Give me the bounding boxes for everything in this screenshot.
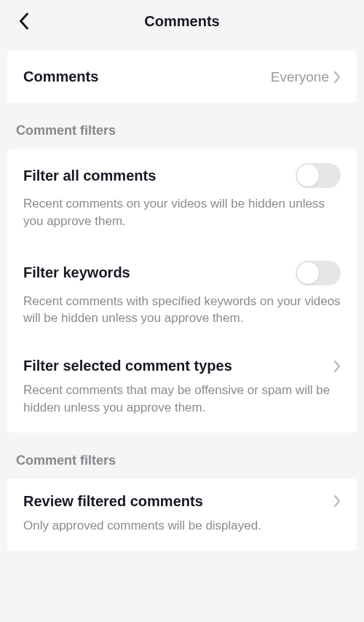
chevron-right-icon	[333, 495, 341, 508]
filter-types-item[interactable]: Filter selected comment types Recent com…	[7, 343, 357, 433]
review-filtered-title: Review filtered comments	[23, 493, 203, 510]
filter-types-desc: Recent comments that may be offensive or…	[23, 382, 341, 417]
filter-types-title: Filter selected comment types	[23, 358, 232, 374]
review-filtered-desc: Only approved comments will be displayed…	[23, 517, 341, 535]
filter-all-comments-title: Filter all comments	[23, 168, 156, 184]
chevron-right-icon	[333, 71, 341, 84]
header-bar: Comments	[0, 0, 364, 42]
filter-keywords-title: Filter keywords	[23, 264, 130, 281]
filters-card-1: Filter all comments Recent comments on y…	[7, 149, 357, 433]
section-header-filters-2: Comment filters	[0, 433, 364, 479]
chevron-left-icon	[18, 12, 29, 30]
comments-value-wrap: Everyone	[271, 69, 341, 85]
filter-keywords-desc: Recent comments with specified keywords …	[23, 293, 341, 328]
filter-all-comments-toggle[interactable]	[296, 163, 341, 188]
filter-keywords-item: Filter keywords Recent comments with spe…	[7, 246, 357, 344]
comments-row[interactable]: Comments Everyone	[7, 51, 357, 103]
filter-all-comments-desc: Recent comments on your videos will be h…	[23, 195, 341, 230]
back-button[interactable]	[13, 11, 33, 31]
comments-card: Comments Everyone	[7, 51, 357, 103]
filter-keywords-toggle[interactable]	[296, 261, 341, 286]
section-header-filters-1: Comment filters	[0, 103, 364, 149]
filters-card-2: Review filtered comments Only approved c…	[7, 479, 357, 551]
filter-all-comments-item: Filter all comments Recent comments on y…	[7, 149, 357, 246]
comments-value: Everyone	[271, 69, 329, 85]
page-title: Comments	[144, 13, 219, 30]
review-filtered-item[interactable]: Review filtered comments Only approved c…	[7, 479, 357, 551]
chevron-right-icon	[333, 360, 341, 373]
comments-label: Comments	[23, 68, 98, 85]
